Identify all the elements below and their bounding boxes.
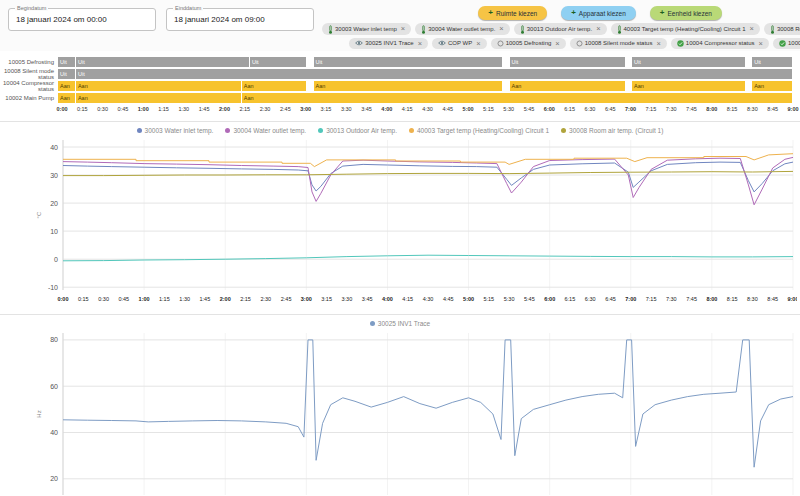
time-tick-label: 5:30 bbox=[503, 106, 514, 112]
close-icon[interactable]: × bbox=[499, 25, 503, 33]
svg-text:2:15: 2:15 bbox=[240, 296, 251, 302]
close-icon[interactable]: × bbox=[418, 40, 422, 48]
sensor-chip[interactable]: 30025 INV1 Trace× bbox=[349, 38, 428, 49]
svg-text:5:00: 5:00 bbox=[463, 296, 474, 302]
sensor-chip-row-2: 30025 INV1 Trace×COP WP×10005 Defrosting… bbox=[349, 38, 800, 49]
thermometer-icon bbox=[520, 25, 525, 34]
legend-item[interactable]: 30025 INV1 Trace bbox=[370, 320, 430, 327]
chip-label: 40003 Target temp (Heating/Cooling) Circ… bbox=[624, 26, 746, 32]
sensor-chip-row-1: 30003 Water inlet temp×30004 Water outle… bbox=[322, 23, 800, 35]
time-tick-label: 2:15 bbox=[239, 106, 250, 112]
time-tick-label: 7:00 bbox=[625, 106, 636, 112]
thermometer-icon bbox=[328, 25, 333, 34]
legend-item[interactable]: 40003 Target temp (Heating/Cooling) Circ… bbox=[409, 127, 549, 134]
svg-text:80: 80 bbox=[50, 336, 58, 343]
sensor-chip[interactable]: COP WP× bbox=[432, 38, 487, 49]
start-date-field[interactable]: Begindatum 18 januari 2024 om 00:00 bbox=[8, 8, 156, 31]
timeline-track: UitUitUitUitUitUitUit bbox=[58, 57, 793, 67]
check-circle-icon bbox=[677, 40, 684, 47]
legend-item[interactable]: 30004 Water outlet temp. bbox=[225, 127, 306, 134]
timeline-track: AanAanAan bbox=[58, 93, 793, 103]
choose-unit-button[interactable]: + Eenheid kiezen bbox=[650, 6, 722, 20]
end-date-value: 18 januari 2024 om 09:00 bbox=[167, 9, 313, 24]
end-date-field[interactable]: Einddatum 18 januari 2024 om 09:00 bbox=[166, 8, 314, 31]
time-tick-label: 6:00 bbox=[544, 106, 555, 112]
plus-icon: + bbox=[660, 9, 665, 17]
sensor-chip[interactable]: 30003 Water inlet temp× bbox=[322, 23, 411, 35]
legend-dot bbox=[137, 128, 142, 133]
time-tick-label: 0:45 bbox=[118, 106, 129, 112]
sensor-chip[interactable]: 10005 Defrosting× bbox=[491, 38, 566, 49]
chip-label: 30008 Room air temp. (Circuit 1) bbox=[777, 26, 800, 32]
circle-outline-icon bbox=[497, 40, 504, 47]
choose-room-button[interactable]: + Ruimte kiezen bbox=[478, 6, 547, 20]
time-tick-label: 6:30 bbox=[585, 106, 596, 112]
status-segment: Aan bbox=[632, 81, 745, 91]
svg-text:10: 10 bbox=[50, 227, 58, 234]
svg-text:2:30: 2:30 bbox=[260, 296, 271, 302]
time-tick-label: 8:30 bbox=[747, 106, 758, 112]
status-segment: Aan bbox=[58, 81, 75, 91]
svg-text:7:45: 7:45 bbox=[686, 296, 697, 302]
svg-text:6:00: 6:00 bbox=[544, 296, 555, 302]
time-tick-label: 7:15 bbox=[646, 106, 657, 112]
svg-text:20: 20 bbox=[50, 199, 58, 206]
status-segment: Uit bbox=[632, 57, 745, 67]
toolbar: Begindatum 18 januari 2024 om 00:00 Eind… bbox=[0, 0, 800, 51]
check-circle-icon bbox=[779, 40, 786, 47]
close-icon[interactable]: × bbox=[476, 40, 480, 48]
legend-label: 30004 Water outlet temp. bbox=[233, 127, 306, 134]
time-tick-label: 9:00 bbox=[787, 106, 798, 112]
status-segment: Aan bbox=[752, 81, 792, 91]
svg-text:9:00: 9:00 bbox=[787, 296, 797, 302]
time-tick-label: 0:15 bbox=[77, 106, 88, 112]
legend-item[interactable]: 30008 Room air temp. (Circuit 1) bbox=[561, 127, 663, 134]
time-tick-label: 3:15 bbox=[321, 106, 332, 112]
sensor-chip[interactable]: 30008 Room air temp. (Circuit 1)× bbox=[764, 23, 800, 35]
time-tick-label: 5:45 bbox=[524, 106, 535, 112]
start-date-label: Begindatum bbox=[15, 5, 48, 11]
close-icon[interactable]: × bbox=[749, 25, 753, 33]
timeline-row-label: 10005 Defrosting bbox=[0, 59, 58, 65]
temperature-chart-section: 30003 Water inlet temp.30004 Water outle… bbox=[0, 121, 800, 308]
svg-text:2:45: 2:45 bbox=[281, 296, 292, 302]
svg-text:°C: °C bbox=[36, 210, 42, 217]
sensor-chip[interactable]: 10004 Compressor status× bbox=[671, 38, 769, 49]
time-tick-label: 7:45 bbox=[686, 106, 697, 112]
thermometer-icon bbox=[617, 25, 622, 34]
time-tick-label: 1:00 bbox=[138, 106, 149, 112]
svg-text:8:45: 8:45 bbox=[767, 296, 778, 302]
sensor-chip[interactable]: 10002 Main Pump× bbox=[773, 38, 800, 49]
timeline-row-label: 10002 Main Pump bbox=[0, 95, 58, 101]
time-tick-label: 7:30 bbox=[666, 106, 677, 112]
svg-text:0:45: 0:45 bbox=[118, 296, 129, 302]
time-tick-label: 5:00 bbox=[463, 106, 474, 112]
close-icon[interactable]: × bbox=[759, 40, 763, 48]
time-tick-label: 3:00 bbox=[300, 106, 311, 112]
choose-device-button[interactable]: + Apparaat kiezen bbox=[561, 6, 636, 20]
svg-text:30: 30 bbox=[50, 171, 58, 178]
close-icon[interactable]: × bbox=[596, 25, 600, 33]
legend-item[interactable]: 30003 Water inlet temp. bbox=[137, 127, 214, 134]
svg-text:0: 0 bbox=[54, 255, 58, 262]
sensor-chip[interactable]: 10008 Silent mode status× bbox=[570, 38, 667, 49]
sensor-chip[interactable]: 40003 Target temp (Heating/Cooling) Circ… bbox=[611, 23, 760, 35]
svg-text:2:00: 2:00 bbox=[220, 296, 231, 302]
time-tick-label: 8:15 bbox=[727, 106, 738, 112]
date-range: Begindatum 18 januari 2024 om 00:00 Eind… bbox=[8, 5, 314, 49]
status-segment: Uit bbox=[58, 57, 75, 67]
series-line bbox=[63, 255, 793, 261]
close-icon[interactable]: × bbox=[656, 40, 660, 48]
chip-label: COP WP bbox=[448, 40, 472, 46]
svg-text:6:15: 6:15 bbox=[565, 296, 576, 302]
legend-dot bbox=[370, 321, 375, 326]
close-icon[interactable]: × bbox=[555, 40, 559, 48]
timeline-row: 10004 Compressor statusAanAanAanAanAanAa… bbox=[0, 81, 800, 92]
legend-label: 30003 Water inlet temp. bbox=[145, 127, 214, 134]
sensor-chip[interactable]: 30004 Water outlet temp.× bbox=[415, 23, 510, 35]
legend-item[interactable]: 30013 Outdoor Air temp. bbox=[318, 127, 397, 134]
close-icon[interactable]: × bbox=[401, 25, 405, 33]
status-segment: Aan bbox=[242, 81, 306, 91]
status-segment: Uit bbox=[58, 69, 75, 79]
sensor-chip[interactable]: 30013 Outdoor Air temp.× bbox=[514, 23, 607, 35]
